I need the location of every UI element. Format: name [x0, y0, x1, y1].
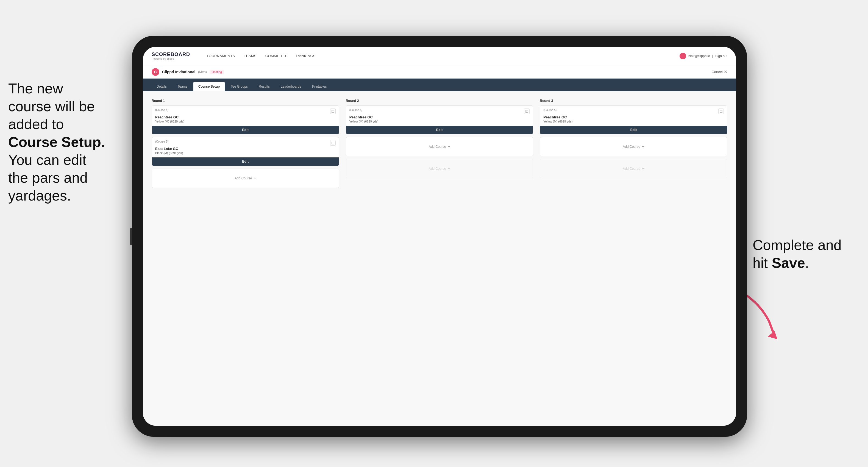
- round-1-add-course-button[interactable]: Add Course +: [152, 169, 339, 188]
- course-b-label: (Course B): [155, 140, 168, 143]
- round-1-label: Round 1: [152, 99, 339, 103]
- edit-course-button[interactable]: Edit: [152, 126, 339, 134]
- course-delete-button[interactable]: ⊡: [524, 108, 530, 114]
- right-annotation: Complete and hit Save.: [753, 236, 851, 272]
- course-card-header: (Course A) ⊡: [346, 106, 533, 115]
- close-icon: ✕: [724, 69, 727, 74]
- tournament-gender: (Men): [198, 70, 207, 74]
- plus-icon: +: [253, 176, 256, 181]
- course-delete-button[interactable]: ⊡: [330, 108, 336, 114]
- tab-teams[interactable]: Teams: [173, 82, 192, 91]
- edit-course-button[interactable]: Edit: [540, 126, 727, 134]
- course-name: East Lake GC: [152, 147, 339, 151]
- nav-links: TOURNAMENTS TEAMS COMMITTEE RANKINGS: [207, 54, 669, 58]
- tab-tee-groups[interactable]: Tee Groups: [226, 82, 253, 91]
- tournament-status: Hosting: [210, 70, 224, 74]
- course-tee: Black (M) (6891 yds): [152, 151, 339, 157]
- course-delete-button[interactable]: ⊡: [718, 108, 724, 114]
- main-content: Round 1 (Course A) ⊡ Peachtree GC Yellow…: [143, 91, 736, 426]
- course-tee: Yellow (M) (6629 yds): [152, 120, 339, 126]
- tournament-title: Clippd Invitational: [162, 70, 195, 74]
- tournament-bar: C Clippd Invitational (Men) Hosting Canc…: [143, 65, 736, 79]
- course-tee: Yellow (M) (6629 yds): [540, 120, 727, 126]
- sub-navigation: Details Teams Course Setup Tee Groups Re…: [143, 79, 736, 91]
- course-name: Peachtree GC: [346, 115, 533, 120]
- top-navigation: SCOREBOARD Powered by clippd TOURNAMENTS…: [143, 47, 736, 65]
- course-a-label: (Course A): [155, 108, 168, 112]
- edit-course-button[interactable]: Edit: [152, 157, 339, 166]
- course-name: Peachtree GC: [540, 115, 727, 120]
- round-3-label: Round 3: [540, 99, 727, 103]
- nav-teams[interactable]: TEAMS: [244, 54, 256, 58]
- nav-rankings[interactable]: RANKINGS: [296, 54, 315, 58]
- nav-right-section: blair@clippd.io | Sign out: [680, 53, 727, 59]
- avatar: [680, 53, 686, 59]
- course-delete-button[interactable]: ⊡: [330, 140, 336, 146]
- plus-icon: +: [642, 166, 644, 171]
- course-a-label: (Course A): [349, 108, 363, 112]
- course-name: Peachtree GC: [152, 115, 339, 120]
- course-card-header: (Course A) ⊡: [152, 106, 339, 115]
- scoreboard-logo: SCOREBOARD Powered by clippd: [152, 52, 190, 60]
- left-annotation: The new course will be added to Course S…: [8, 80, 107, 205]
- plus-icon: +: [642, 144, 644, 149]
- user-email: blair@clippd.io: [688, 54, 710, 58]
- nav-tournaments[interactable]: TOURNAMENTS: [207, 54, 235, 58]
- tournament-name-row: C Clippd Invitational (Men) Hosting: [152, 68, 224, 76]
- round-3-add-course-button-2: Add Course +: [540, 159, 727, 178]
- svg-marker-1: [768, 331, 777, 339]
- tablet-frame: SCOREBOARD Powered by clippd TOURNAMENTS…: [132, 36, 747, 437]
- round-2-add-course-button[interactable]: Add Course +: [346, 137, 533, 156]
- edit-course-button[interactable]: Edit: [346, 126, 533, 134]
- rounds-grid: Round 1 (Course A) ⊡ Peachtree GC Yellow…: [152, 99, 727, 191]
- tab-leaderboards[interactable]: Leaderboards: [276, 82, 306, 91]
- plus-icon: +: [448, 144, 450, 149]
- app-content: SCOREBOARD Powered by clippd TOURNAMENTS…: [143, 47, 736, 426]
- plus-icon: +: [448, 166, 450, 171]
- round-1-course-b-card: (Course B) ⊡ East Lake GC Black (M) (689…: [152, 137, 339, 166]
- tournament-logo: C: [152, 68, 159, 76]
- tablet-side-button: [130, 228, 132, 245]
- course-card-header: (Course A) ⊡: [540, 106, 727, 115]
- round-2-label: Round 2: [346, 99, 533, 103]
- tab-course-setup[interactable]: Course Setup: [193, 82, 225, 91]
- tab-printables[interactable]: Printables: [307, 82, 332, 91]
- sign-out-link[interactable]: Sign out: [715, 54, 727, 58]
- round-3-column: Round 3 (Course A) ⊡ Peachtree GC Yellow…: [540, 99, 727, 191]
- tab-results[interactable]: Results: [254, 82, 275, 91]
- course-a-label: (Course A): [543, 108, 557, 112]
- course-tee: Yellow (M) (6629 yds): [346, 120, 533, 126]
- round-2-course-a-card: (Course A) ⊡ Peachtree GC Yellow (M) (66…: [346, 105, 533, 134]
- cancel-button[interactable]: Cancel ✕: [712, 69, 727, 74]
- course-card-header: (Course B) ⊡: [152, 137, 339, 147]
- nav-committee[interactable]: COMMITTEE: [265, 54, 288, 58]
- round-2-add-course-button-2: Add Course +: [346, 159, 533, 178]
- round-3-add-course-button[interactable]: Add Course +: [540, 137, 727, 156]
- tablet-screen: SCOREBOARD Powered by clippd TOURNAMENTS…: [143, 47, 736, 426]
- round-1-column: Round 1 (Course A) ⊡ Peachtree GC Yellow…: [152, 99, 339, 191]
- round-2-column: Round 2 (Course A) ⊡ Peachtree GC Yellow…: [346, 99, 533, 191]
- round-1-course-a-card: (Course A) ⊡ Peachtree GC Yellow (M) (66…: [152, 105, 339, 134]
- round-3-course-a-card: (Course A) ⊡ Peachtree GC Yellow (M) (66…: [540, 105, 727, 134]
- tab-details[interactable]: Details: [152, 82, 172, 91]
